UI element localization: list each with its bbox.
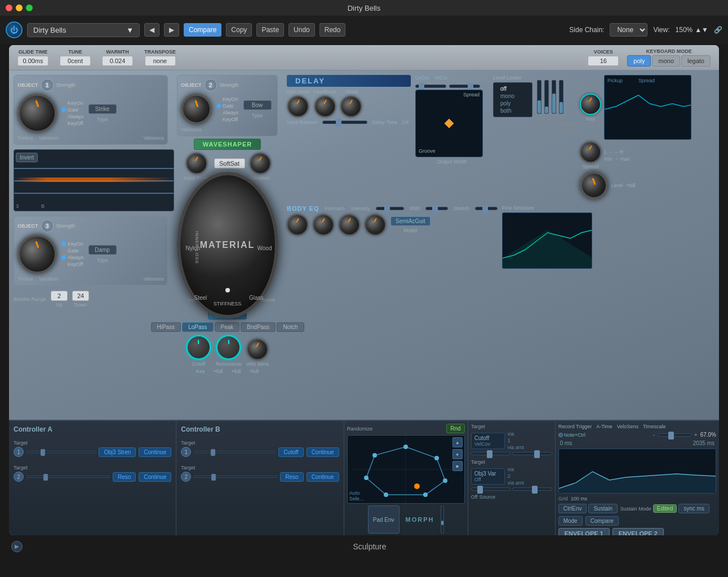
- stretch-slider[interactable]: [475, 207, 498, 210]
- object3-type-display[interactable]: Damp: [88, 245, 117, 255]
- ctrl-b-1-continue[interactable]: Continue: [307, 447, 339, 457]
- ctrl-a-1-continue[interactable]: Continue: [139, 447, 171, 457]
- cutoff-knob[interactable]: [186, 335, 211, 360]
- resonance-knob[interactable]: [216, 335, 241, 360]
- side-chain-select[interactable]: None: [610, 23, 647, 37]
- filter-tab-lopass[interactable]: LoPass: [182, 322, 213, 332]
- level-poly-option[interactable]: poly: [498, 100, 527, 107]
- morph-level-fader[interactable]: [441, 505, 444, 534]
- legato-mode-button[interactable]: legato: [681, 55, 711, 66]
- object3-strength-knob[interactable]: [17, 234, 57, 274]
- level-knob[interactable]: [580, 171, 608, 199]
- semi-ac-button[interactable]: SemiAcGuit: [390, 216, 430, 226]
- mono-mode-button[interactable]: mono: [652, 55, 680, 66]
- preset-dropdown[interactable]: Dirty Bells ▼: [27, 23, 140, 37]
- feedback-knob[interactable]: [314, 96, 336, 117]
- compare-button[interactable]: Compare: [184, 23, 221, 37]
- warmth-value[interactable]: 0.024: [102, 56, 133, 66]
- power-button[interactable]: ⏻: [6, 21, 23, 38]
- variation-knob[interactable]: [250, 153, 271, 174]
- pad-env-button[interactable]: Pad Env: [368, 505, 399, 534]
- ctrl-a-2-continue[interactable]: Continue: [139, 472, 171, 482]
- shift-knob[interactable]: [339, 214, 360, 236]
- shift-slider[interactable]: [425, 207, 448, 210]
- a-time-slider[interactable]: [658, 433, 691, 437]
- ctrl-a-2-value[interactable]: Reso: [113, 472, 136, 482]
- intensity-knob[interactable]: [313, 214, 334, 236]
- spread-display: Spread Groove: [415, 90, 483, 157]
- morph-pad-btn3[interactable]: ■: [452, 461, 463, 471]
- ctrl-a-1-slider[interactable]: [26, 451, 96, 453]
- wet-level-knob[interactable]: [287, 96, 309, 117]
- rnd-button[interactable]: Rnd: [446, 424, 464, 433]
- spread-knob[interactable]: [580, 141, 601, 163]
- ctrl-a-2-slider[interactable]: [26, 476, 110, 478]
- close-button[interactable]: [6, 5, 12, 11]
- material-wheel[interactable]: Nylon Wood MATERIAL Steel STIFFNESS Glas…: [177, 172, 278, 318]
- play-button[interactable]: ▶: [11, 541, 23, 552]
- input-scale-knob[interactable]: [186, 153, 207, 174]
- formant-knob[interactable]: [287, 214, 308, 236]
- object2-type-display[interactable]: Bow: [243, 100, 272, 110]
- mode-button[interactable]: Mode: [558, 516, 583, 526]
- poly-mode-button[interactable]: poly: [627, 55, 651, 66]
- view-control[interactable]: 150% ▲▼: [676, 26, 708, 34]
- bender-down-value[interactable]: 24: [72, 291, 89, 301]
- velo-sens-knob[interactable]: [247, 339, 268, 360]
- hicut-slider[interactable]: [449, 85, 480, 88]
- svg-point-14: [364, 476, 369, 480]
- ctrl-b-2-value[interactable]: Reso: [280, 472, 303, 482]
- envelope1-button[interactable]: ENVELOPE 1: [558, 528, 610, 535]
- target2-amt-slider[interactable]: [512, 487, 552, 491]
- waveshaper-type[interactable]: SoftSat: [214, 158, 245, 168]
- envelope2-button[interactable]: ENVELOPE 2: [612, 528, 664, 535]
- ctrl-b-2-slider[interactable]: [194, 476, 277, 478]
- level-both-option[interactable]: both: [498, 107, 527, 114]
- paste-button[interactable]: Paste: [256, 23, 284, 37]
- ctrl-b-1-value[interactable]: Cutoff: [278, 447, 304, 457]
- transpose-value[interactable]: none: [145, 56, 176, 66]
- prev-preset-button[interactable]: ◀: [144, 23, 159, 37]
- bender-up-value[interactable]: 2: [51, 291, 68, 301]
- xfeed-knob[interactable]: [340, 96, 362, 117]
- stretch-knob[interactable]: [365, 214, 386, 236]
- sync-ms-button[interactable]: sync ms: [678, 504, 709, 513]
- morph-pad-btn2[interactable]: ●: [452, 449, 463, 459]
- redo-button[interactable]: Redo: [319, 23, 346, 37]
- copy-button[interactable]: Copy: [226, 23, 252, 37]
- morph-pad-display[interactable]: AutoSele... ▲ ● ■: [347, 435, 465, 504]
- morph-pad-btn1[interactable]: ▲: [452, 437, 463, 447]
- fullscreen-button[interactable]: [26, 5, 33, 11]
- target1-slider[interactable]: [471, 452, 511, 455]
- input-balance-slider[interactable]: [322, 121, 367, 124]
- filter-tab-bndpass[interactable]: BndPass: [241, 322, 276, 332]
- intensity-slider[interactable]: [376, 207, 404, 210]
- ctrl-a-1-value[interactable]: Obj3 Stren: [99, 447, 136, 457]
- level-off-option[interactable]: off: [498, 85, 527, 92]
- ctrl-b-2-continue[interactable]: Continue: [307, 472, 339, 482]
- glide-time-value[interactable]: 0.00ms: [17, 56, 48, 66]
- plugin-body: OBJECT 1 Strength KeyOn: [9, 70, 719, 420]
- target2-slider[interactable]: [471, 487, 511, 491]
- compare-button2[interactable]: Compare: [585, 516, 619, 526]
- locut-slider[interactable]: [415, 85, 446, 88]
- voices-value[interactable]: 16: [588, 56, 619, 66]
- object1-strength-knob[interactable]: [17, 94, 57, 133]
- key-knob[interactable]: [580, 94, 601, 115]
- target1-amt-slider[interactable]: [512, 452, 552, 455]
- invert-button[interactable]: Invert: [16, 153, 38, 162]
- next-preset-button[interactable]: ▶: [164, 23, 179, 37]
- minimize-button[interactable]: [16, 5, 23, 11]
- level-mono-option[interactable]: mono: [498, 92, 527, 100]
- tune-value[interactable]: 0cent: [60, 56, 91, 66]
- sustain-button[interactable]: Sustain: [588, 504, 617, 513]
- undo-button[interactable]: Undo: [288, 23, 315, 37]
- filter-tab-peak[interactable]: Peak: [215, 322, 240, 332]
- keyboard-mode-buttons: poly mono legato: [627, 55, 711, 66]
- ctrl-env-button[interactable]: CtrlEnv: [558, 504, 587, 513]
- glide-time-param: Glide Time 0.00ms: [17, 49, 48, 66]
- ctrl-b-1-slider[interactable]: [194, 451, 276, 453]
- object2-strength-knob[interactable]: [181, 94, 212, 125]
- object1-type-display[interactable]: Strike: [88, 104, 117, 114]
- filter-tab-hipass[interactable]: HiPass: [151, 322, 181, 332]
